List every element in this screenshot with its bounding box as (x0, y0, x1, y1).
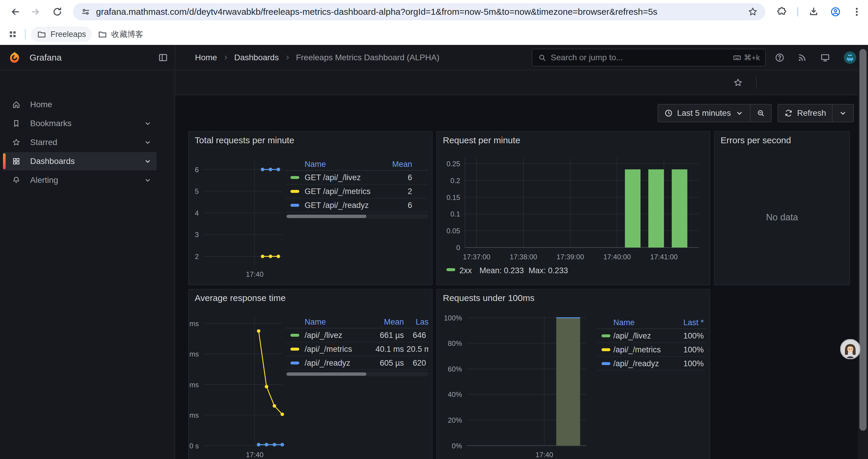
extensions-icon[interactable] (773, 4, 790, 20)
dock-menu-icon[interactable] (158, 52, 168, 63)
app-title[interactable]: Grafana (30, 53, 61, 63)
sidebar-item-home[interactable]: Home (3, 95, 157, 114)
panel-requests-under-100ms: Requests under 100ms 0%20%40%60%80%100%1… (436, 289, 710, 459)
news-rss-icon[interactable] (796, 52, 808, 64)
series-pill (290, 348, 299, 351)
bookmark-folder-blogs[interactable]: 收藏博客 (92, 27, 149, 42)
legend-scrollbar[interactable] (286, 372, 428, 376)
legend-row[interactable]: /api/_/readyz 100% (597, 357, 706, 371)
monitor-icon[interactable] (819, 52, 831, 64)
browser-toolbar: grafana.mathmast.com/d/deytv4rwavabkb/fr… (0, 0, 868, 24)
legend-row[interactable]: /api/_/readyz 605 µs 620 (286, 356, 428, 370)
series-pill (601, 348, 610, 351)
series-pill (601, 334, 610, 337)
col-name[interactable]: Name (305, 318, 326, 327)
chart-requests-under-100ms[interactable]: 0%20%40%60%80%100%17:40 (437, 290, 710, 459)
url-text[interactable]: grafana.mathmast.com/d/deytv4rwavabkb/fr… (96, 7, 740, 17)
bookmark-label: 收藏博客 (112, 29, 143, 40)
refresh-icon (784, 109, 793, 118)
clock-icon (664, 109, 673, 118)
forward-icon[interactable] (28, 4, 44, 20)
bookmark-folder-freeleaps[interactable]: Freeleaps (31, 27, 92, 42)
legend-row[interactable]: GET /api/_/metrics 2 (286, 185, 428, 198)
col-mean[interactable]: Mean (384, 318, 404, 327)
chevron-down-icon[interactable] (144, 119, 152, 128)
site-settings-icon[interactable] (81, 7, 91, 17)
bell-icon (12, 176, 21, 185)
back-icon[interactable] (6, 4, 23, 20)
panel-title[interactable]: Total requests per minute (195, 135, 294, 145)
legend-table: Name Last * /api/_/livez 100% /api/_/met… (597, 317, 706, 371)
chevron-down-icon[interactable] (144, 138, 152, 146)
apps-grid-icon[interactable] (8, 29, 18, 39)
profile-icon[interactable] (827, 4, 844, 20)
panel-title[interactable]: Average response time (195, 293, 286, 303)
col-last[interactable]: Last * (683, 318, 704, 327)
chart-request-per-minute[interactable]: 00.050.10.150.20.2517:37:0017:38:0017:39… (437, 132, 710, 285)
svg-text:17:39:00: 17:39:00 (557, 253, 584, 261)
search-input-wrap[interactable]: ⌘+k (532, 49, 766, 66)
svg-text:0.25: 0.25 (446, 160, 460, 168)
chevron-down-icon[interactable] (144, 157, 152, 165)
breadcrumb-home[interactable]: Home (195, 53, 217, 62)
menu-kebab-icon[interactable] (848, 4, 865, 20)
scrollbar-thumb[interactable] (860, 49, 867, 431)
time-range-picker[interactable]: Last 5 minutes (658, 104, 750, 122)
bookmark-star-icon[interactable] (747, 6, 758, 17)
svg-text:80%: 80% (448, 339, 462, 347)
zoom-out-button[interactable] (750, 104, 771, 122)
refresh-button[interactable]: Refresh (778, 104, 832, 122)
svg-text:20 ms: 20 ms (189, 411, 199, 419)
col-mean[interactable]: Mean (392, 160, 412, 169)
sidebar-item-dashboards[interactable]: Dashboards (3, 152, 157, 170)
svg-text:17:40: 17:40 (535, 451, 553, 459)
panel-title[interactable]: Errors per second (720, 135, 791, 145)
col-name[interactable]: Name (305, 160, 326, 169)
svg-text:0.05: 0.05 (446, 227, 460, 235)
breadcrumb-dashboards[interactable]: Dashboards (234, 53, 279, 62)
dashboard-actions-bar: Export Share (175, 70, 868, 95)
svg-text:20%: 20% (448, 416, 462, 424)
reload-icon[interactable] (49, 4, 66, 20)
user-avatar[interactable] (844, 52, 856, 64)
chevron-down-icon[interactable] (144, 176, 152, 184)
bookmark-icon (12, 119, 21, 128)
svg-text:40%: 40% (448, 391, 462, 398)
sidebar-item-alerting[interactable]: Alerting (3, 171, 157, 189)
legend-row[interactable]: /api/_/metrics 100% (597, 343, 706, 357)
bookmarks-divider (25, 29, 26, 40)
search-input[interactable] (551, 53, 728, 62)
svg-text:0.15: 0.15 (446, 193, 460, 201)
refresh-interval-button[interactable] (832, 104, 853, 122)
assistant-avatar[interactable] (840, 339, 860, 359)
address-bar[interactable]: grafana.mathmast.com/d/deytv4rwavabkb/fr… (73, 3, 765, 21)
dashboards-grid-icon (12, 157, 21, 166)
panel-request-per-minute: Request per minute 00.050.10.150.20.2517… (436, 131, 710, 285)
svg-text:17:37:00: 17:37:00 (463, 253, 490, 261)
panel-title[interactable]: Requests under 100ms (443, 293, 534, 303)
home-icon (12, 100, 21, 109)
col-name[interactable]: Name (613, 318, 634, 327)
panel-title[interactable]: Request per minute (443, 135, 520, 145)
series-pill (290, 204, 299, 207)
help-icon[interactable] (773, 52, 786, 64)
panel-errors-per-second: Errors per second No data (714, 131, 850, 285)
favorite-star-icon[interactable] (732, 76, 744, 89)
legend-scrollbar[interactable] (286, 214, 428, 219)
series-name: 2xx (459, 266, 472, 275)
legend-table: Name Mean GET /api/_/livez 6 GET /api/_/… (286, 158, 428, 219)
sidebar-item-bookmarks[interactable]: Bookmarks (3, 114, 157, 133)
col-last[interactable]: Last (416, 318, 428, 327)
toolbar-divider (797, 7, 798, 17)
svg-text:5: 5 (195, 187, 199, 195)
sidebar-item-starred[interactable]: Starred (3, 133, 157, 152)
legend-row[interactable]: /api/_/livez 100% (597, 329, 706, 343)
grafana-logo[interactable] (8, 52, 21, 64)
legend-row[interactable]: /api/_/livez 661 µs 646 (286, 328, 428, 342)
legend-row[interactable]: /api/_/metrics 40.1 ms 20.5 ms (286, 342, 428, 356)
legend-row[interactable]: GET /api/_/readyz 6 (286, 198, 428, 212)
legend-row[interactable]: GET /api/_/livez 6 (286, 171, 428, 185)
downloads-icon[interactable] (805, 4, 822, 20)
series-pill (290, 362, 299, 364)
page-scrollbar[interactable] (858, 45, 868, 459)
